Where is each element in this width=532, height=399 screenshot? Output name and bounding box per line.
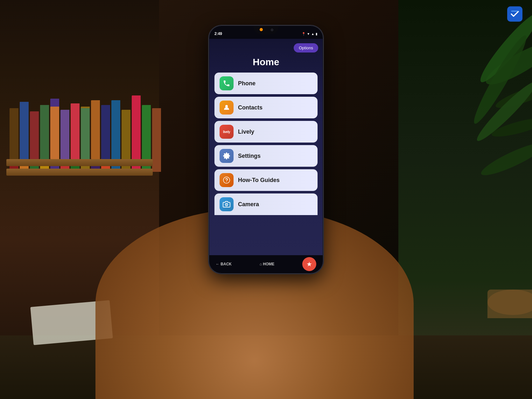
svg-point-9 [225, 105, 228, 108]
book [81, 108, 90, 159]
options-button[interactable]: Options [294, 43, 318, 52]
book [20, 102, 29, 159]
camera-app-icon [220, 197, 234, 211]
phone-icon [223, 80, 230, 87]
contacts-icon [223, 104, 230, 111]
notification-dot [260, 28, 263, 31]
signal-icon: ▼ [307, 32, 310, 36]
menu-item-contacts[interactable]: Contacts [214, 97, 318, 118]
check-icon [510, 10, 520, 18]
svg-point-6 [478, 138, 532, 180]
screen-content: Options Home Phone [209, 39, 323, 255]
menu-item-howto[interactable]: How-To Guides [214, 169, 318, 191]
books-row2 [10, 76, 110, 159]
book [30, 111, 39, 159]
wood-shelf-1 [6, 169, 153, 176]
notch-cutout [253, 26, 279, 34]
lively-app-icon: lively [220, 125, 234, 139]
status-time: 2:49 [214, 32, 222, 36]
settings-app-icon [220, 149, 234, 163]
star-icon: ★ [306, 260, 312, 268]
camera-label: Camera [238, 201, 259, 208]
book [152, 108, 161, 172]
svg-point-13 [226, 204, 227, 205]
book [71, 103, 80, 159]
urgent-button[interactable]: ★ [302, 257, 316, 271]
settings-icon [223, 152, 230, 160]
book [50, 107, 59, 159]
status-icons: 📍 ▼ ▲ ▮ [302, 32, 318, 36]
menu-item-lively[interactable]: lively Lively [214, 121, 318, 143]
svg-rect-8 [487, 290, 532, 318]
menu-item-camera[interactable]: Camera [214, 193, 318, 215]
phone-screen: 2:49 📍 ▼ ▲ ▮ Options Home [209, 26, 323, 273]
location-icon: 📍 [302, 32, 305, 36]
howto-label: How-To Guides [238, 177, 280, 184]
contacts-app-icon [220, 101, 234, 115]
status-bar: 2:49 📍 ▼ ▲ ▮ [209, 26, 323, 39]
bottom-nav: ← BACK ⌂ HOME ★ [209, 255, 323, 273]
menu-item-settings[interactable]: Settings [214, 145, 318, 167]
book [60, 110, 69, 159]
contacts-label: Contacts [238, 104, 262, 111]
phone-wrapper: 2:49 📍 ▼ ▲ ▮ Options Home [209, 25, 323, 274]
phone-label: Phone [238, 80, 256, 87]
book [91, 100, 100, 159]
back-button[interactable]: ← BACK [216, 262, 232, 266]
phone-device: 2:49 📍 ▼ ▲ ▮ Options Home [209, 25, 323, 274]
book [10, 108, 18, 159]
phone-app-icon [220, 76, 234, 90]
menu-list: Phone Contacts [214, 73, 318, 215]
book [40, 105, 49, 159]
watermark-badge [507, 6, 522, 22]
question-icon [223, 176, 230, 184]
camera-icon [223, 200, 230, 208]
plant-svg [398, 0, 532, 318]
home-button[interactable]: ⌂ HOME [260, 262, 275, 266]
wood-shelf-2 [6, 159, 153, 166]
howto-app-icon [220, 173, 234, 187]
menu-item-phone[interactable]: Phone [214, 73, 318, 94]
book [101, 105, 110, 159]
home-title: Home [214, 57, 318, 67]
settings-label: Settings [238, 153, 261, 159]
wifi-icon: ▲ [311, 32, 314, 36]
lively-label: Lively [238, 129, 254, 135]
svg-point-11 [226, 181, 227, 182]
lively-icon-text: lively [223, 130, 230, 134]
battery-icon: ▮ [316, 32, 318, 36]
camera-sensor [271, 29, 273, 31]
